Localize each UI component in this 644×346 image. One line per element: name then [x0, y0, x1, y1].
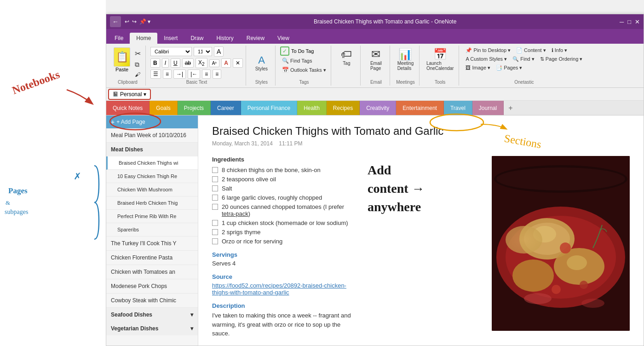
ingredient-checkbox-8[interactable]: [212, 238, 218, 244]
notebook-bar: 📓 Personal ▾: [106, 88, 644, 101]
ingredient-checkbox-6[interactable]: [212, 220, 218, 226]
section-tab-travel[interactable]: Travel: [444, 101, 472, 115]
page-ordering-button[interactable]: ⇅ Page Ordering ▾: [538, 55, 585, 63]
clear-formatting-button[interactable]: A: [214, 46, 224, 57]
content-button[interactable]: 📄 Content ▾: [514, 46, 548, 54]
pin-to-desktop-button[interactable]: 📌 Pin to Desktop ▾: [464, 46, 512, 54]
indent-button[interactable]: →|: [173, 69, 186, 79]
pin-button[interactable]: 📌 ▾: [139, 18, 150, 25]
ingredient-checkbox-5[interactable]: [212, 204, 218, 210]
bullet-list-button[interactable]: ☰: [150, 69, 161, 79]
tab-draw[interactable]: Draw: [184, 33, 210, 44]
ingredient-checkbox-1[interactable]: [212, 167, 218, 173]
ribbon-group-basic-text: Calibri 11 A B I U ab X2 Aᵃ A: [148, 46, 246, 86]
page-item-meal-plan[interactable]: Meal Plan Week of 10/10/2016: [106, 128, 198, 143]
tab-review[interactable]: Review: [240, 33, 271, 44]
page-section-vegetarian[interactable]: Vegetarian Dishes ▾: [106, 322, 198, 335]
minimize-button[interactable]: ─: [620, 18, 624, 25]
section-tab-finance[interactable]: Personal Finance: [241, 101, 297, 115]
font-select[interactable]: Calibri: [150, 47, 192, 56]
tools-label: Tools: [435, 80, 445, 85]
eraser-button[interactable]: ✕: [233, 58, 243, 68]
paste-button[interactable]: 📋 Paste: [113, 46, 131, 73]
section-tab-entertainment[interactable]: Entertainment: [396, 101, 444, 115]
note-title[interactable]: Braised Chicken Thighs with Tomato and G…: [212, 125, 630, 138]
ingredient-checkbox-2[interactable]: [212, 176, 218, 182]
notebook-selector[interactable]: 📓 Personal ▾: [108, 89, 151, 100]
section-tab-projects[interactable]: Projects: [178, 101, 211, 115]
tab-insert[interactable]: Insert: [157, 33, 184, 44]
align-right-button[interactable]: ≡: [213, 69, 221, 79]
page-item-cowboy-steak[interactable]: Cowboy Steak with Chimic: [106, 294, 198, 308]
tab-home[interactable]: Home: [130, 33, 157, 44]
add-page-button[interactable]: + + Add Page: [106, 115, 198, 128]
section-tab-recipes[interactable]: Recipes: [327, 101, 360, 115]
section-tab-quicknotes[interactable]: Quick Notes: [106, 101, 150, 115]
tab-history[interactable]: History: [210, 33, 240, 44]
source-url[interactable]: https://food52.com/recipes/20892-braised…: [212, 282, 354, 296]
underline-button[interactable]: U: [171, 58, 180, 68]
section-tab-creativity[interactable]: Creativity: [360, 101, 396, 115]
tab-view[interactable]: View: [271, 33, 296, 44]
cut-button[interactable]: ✂: [133, 48, 143, 59]
page-item-spareribs[interactable]: Spareribs: [106, 223, 198, 236]
ingredient-checkbox-7[interactable]: [212, 229, 218, 235]
superscript-button[interactable]: Aᵃ: [209, 59, 220, 67]
info-button[interactable]: ℹ Info ▾: [550, 46, 569, 54]
page-item-chicken-tomatoes[interactable]: Chicken with Tomatoes an: [106, 265, 198, 279]
close-button[interactable]: ✕: [635, 18, 640, 25]
strikethrough-button[interactable]: ab: [182, 58, 194, 68]
italic-button[interactable]: I: [162, 58, 169, 68]
align-left-button[interactable]: ≡: [202, 69, 211, 79]
page-section-seafood[interactable]: Seafood Dishes ▾: [106, 308, 198, 322]
outdent-button[interactable]: |←: [188, 69, 200, 79]
page-item-modenese-pork[interactable]: Modenese Pork Chops: [106, 279, 198, 294]
tab-file[interactable]: File: [108, 33, 130, 44]
page-item-chicken-mushroom[interactable]: Chicken With Mushroom: [106, 183, 198, 196]
notebook-dropdown-icon: ▾: [144, 91, 146, 98]
page-item-10-easy-chicken[interactable]: 10 Easy Chicken Thigh Re: [106, 170, 198, 183]
subscript-button[interactable]: X2: [196, 58, 207, 68]
image-button[interactable]: 🖼 Image ▾: [464, 64, 492, 72]
outlook-tasks-button[interactable]: 📅 Outlook Tasks ▾: [280, 66, 328, 74]
tag-button[interactable]: 🏷 Tag: [337, 46, 356, 67]
copy-button[interactable]: ⧉: [133, 60, 143, 69]
handwritten-svg: Add content → anywhere: [363, 156, 483, 248]
ingredient-text-4: 6 large garlic cloves, roughly chopped: [222, 194, 322, 201]
back-button[interactable]: ←: [110, 16, 121, 27]
find-button[interactable]: 🔍 Find ▾: [511, 55, 536, 63]
email-label: Email: [370, 80, 382, 85]
ingredient-checkbox-3[interactable]: [212, 185, 218, 191]
quick-access-toolbar: ↩ ↪ 📌 ▾: [125, 18, 150, 25]
section-tab-journal[interactable]: Journal: [472, 101, 504, 115]
undo-button[interactable]: ↩: [125, 18, 129, 25]
styles-buttons: A Styles: [252, 46, 270, 79]
page-item-chicken-florentine[interactable]: Chicken Florentine Pasta: [106, 251, 198, 265]
page-section-meat-dishes[interactable]: Meat Dishes: [106, 143, 198, 156]
page-item-braised-herb[interactable]: Braised Herb Chicken Thig: [106, 196, 198, 210]
bold-button[interactable]: B: [150, 58, 160, 68]
section-tab-health[interactable]: Health: [297, 101, 327, 115]
pages-button[interactable]: 📑 Pages ▾: [494, 64, 524, 72]
svg-text:Notebooks: Notebooks: [11, 68, 61, 96]
page-item-braised-chicken-thighs[interactable]: Braised Chicken Thighs wi: [106, 156, 198, 170]
email-page-button[interactable]: ✉ EmailPage: [367, 46, 385, 72]
custom-styles-button[interactable]: A Custom Styles ▾: [464, 55, 509, 63]
ingredient-checkbox-4[interactable]: [212, 195, 218, 201]
font-size-select[interactable]: 11: [194, 47, 212, 56]
meeting-details-button[interactable]: 📊 MeetingDetails: [395, 46, 416, 72]
maximize-button[interactable]: □: [627, 18, 631, 25]
page-item-prime-rib[interactable]: Perfect Prime Rib With Re: [106, 210, 198, 223]
numbered-list-button[interactable]: ≡: [163, 69, 172, 79]
section-tab-career[interactable]: Career: [211, 101, 241, 115]
add-section-button[interactable]: +: [504, 102, 517, 114]
styles-button[interactable]: A Styles: [252, 53, 270, 73]
format-painter-button[interactable]: 🖌: [133, 70, 143, 79]
redo-button[interactable]: ↪: [132, 18, 137, 25]
section-tab-goals[interactable]: Goals: [150, 101, 177, 115]
page-item-turkey[interactable]: The Turkey I'll Cook This Y: [106, 236, 198, 251]
find-tags-button[interactable]: 🔍 Find Tags: [280, 57, 328, 65]
todo-tag-label[interactable]: To Do Tag: [291, 48, 314, 54]
font-color-button[interactable]: A: [221, 58, 231, 68]
launch-onecalendar-button[interactable]: 📅 LaunchOneCalendar: [424, 46, 456, 72]
